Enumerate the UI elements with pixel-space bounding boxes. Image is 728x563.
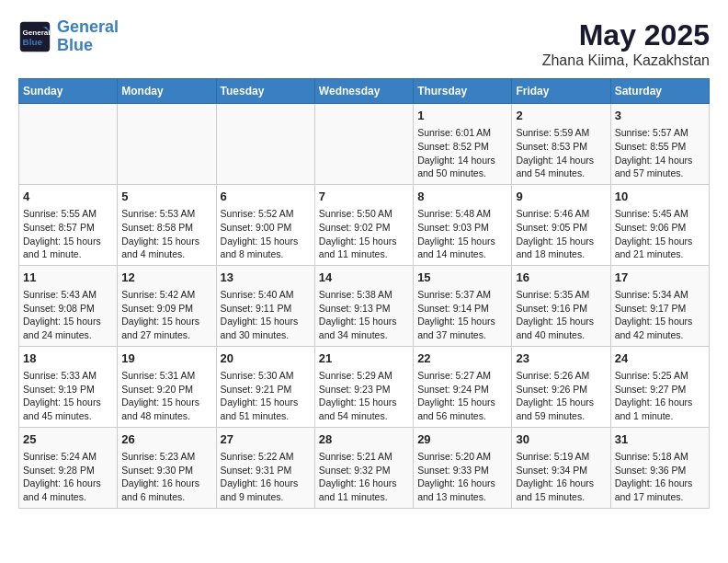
day-number: 14 — [319, 270, 409, 286]
logo-icon: General Blue — [18, 20, 51, 53]
calendar-cell — [314, 104, 413, 185]
header-cell-tuesday: Tuesday — [216, 79, 314, 104]
day-number: 12 — [121, 270, 211, 286]
day-info: Sunrise: 5:48 AM Sunset: 9:03 PM Dayligh… — [417, 207, 507, 261]
day-number: 20 — [221, 350, 311, 367]
calendar-cell: 26Sunrise: 5:23 AM Sunset: 9:30 PM Dayli… — [118, 427, 216, 508]
day-number: 17 — [615, 270, 705, 286]
calendar-cell: 11Sunrise: 5:43 AM Sunset: 9:08 PM Dayli… — [19, 265, 118, 346]
calendar-cell: 30Sunrise: 5:19 AM Sunset: 9:34 PM Dayli… — [512, 427, 610, 508]
day-info: Sunrise: 5:21 AM Sunset: 9:32 PM Dayligh… — [319, 450, 409, 504]
day-info: Sunrise: 5:23 AM Sunset: 9:30 PM Dayligh… — [121, 450, 211, 504]
day-info: Sunrise: 5:35 AM Sunset: 9:16 PM Dayligh… — [516, 288, 606, 342]
calendar-cell: 20Sunrise: 5:30 AM Sunset: 9:21 PM Dayli… — [216, 346, 314, 427]
calendar-cell: 19Sunrise: 5:31 AM Sunset: 9:20 PM Dayli… — [118, 346, 216, 427]
day-number: 9 — [516, 189, 606, 205]
calendar-cell: 24Sunrise: 5:25 AM Sunset: 9:27 PM Dayli… — [610, 346, 709, 427]
logo-text: General Blue — [57, 18, 119, 55]
day-number: 7 — [319, 189, 409, 205]
day-number: 2 — [516, 108, 606, 124]
day-info: Sunrise: 5:33 AM Sunset: 9:19 PM Dayligh… — [23, 369, 113, 423]
header-cell-wednesday: Wednesday — [314, 79, 413, 104]
day-number: 4 — [23, 189, 113, 205]
calendar-week-3: 11Sunrise: 5:43 AM Sunset: 9:08 PM Dayli… — [19, 265, 710, 346]
day-info: Sunrise: 5:20 AM Sunset: 9:33 PM Dayligh… — [417, 450, 507, 504]
day-info: Sunrise: 5:18 AM Sunset: 9:36 PM Dayligh… — [615, 450, 705, 504]
calendar-cell — [19, 104, 118, 185]
day-info: Sunrise: 5:55 AM Sunset: 8:57 PM Dayligh… — [23, 207, 113, 261]
day-info: Sunrise: 5:46 AM Sunset: 9:05 PM Dayligh… — [516, 207, 606, 261]
calendar-cell — [216, 104, 314, 185]
page-subtitle: Zhana Kiima, Kazakhstan — [542, 52, 710, 69]
day-info: Sunrise: 5:30 AM Sunset: 9:21 PM Dayligh… — [221, 369, 311, 423]
day-info: Sunrise: 6:01 AM Sunset: 8:52 PM Dayligh… — [417, 126, 507, 180]
day-info: Sunrise: 5:57 AM Sunset: 8:55 PM Dayligh… — [615, 126, 705, 180]
calendar-header: SundayMondayTuesdayWednesdayThursdayFrid… — [19, 79, 710, 104]
day-number: 1 — [417, 108, 507, 124]
calendar-cell: 6Sunrise: 5:52 AM Sunset: 9:00 PM Daylig… — [216, 184, 314, 265]
calendar-cell: 5Sunrise: 5:53 AM Sunset: 8:58 PM Daylig… — [118, 184, 216, 265]
header-cell-sunday: Sunday — [19, 79, 118, 104]
calendar-cell: 8Sunrise: 5:48 AM Sunset: 9:03 PM Daylig… — [414, 184, 512, 265]
day-number: 21 — [319, 350, 409, 367]
day-info: Sunrise: 5:31 AM Sunset: 9:20 PM Dayligh… — [121, 369, 211, 423]
calendar-cell: 14Sunrise: 5:38 AM Sunset: 9:13 PM Dayli… — [314, 265, 413, 346]
header-row: SundayMondayTuesdayWednesdayThursdayFrid… — [19, 79, 710, 104]
calendar-cell: 4Sunrise: 5:55 AM Sunset: 8:57 PM Daylig… — [19, 184, 118, 265]
day-info: Sunrise: 5:50 AM Sunset: 9:02 PM Dayligh… — [319, 207, 409, 261]
day-number: 27 — [221, 431, 311, 448]
day-number: 16 — [516, 270, 606, 286]
calendar-cell: 12Sunrise: 5:42 AM Sunset: 9:09 PM Dayli… — [118, 265, 216, 346]
day-info: Sunrise: 5:26 AM Sunset: 9:26 PM Dayligh… — [516, 369, 606, 423]
day-number: 15 — [417, 270, 507, 286]
day-number: 26 — [121, 431, 211, 448]
calendar-cell: 13Sunrise: 5:40 AM Sunset: 9:11 PM Dayli… — [216, 265, 314, 346]
calendar-cell: 9Sunrise: 5:46 AM Sunset: 9:05 PM Daylig… — [512, 184, 610, 265]
day-info: Sunrise: 5:45 AM Sunset: 9:06 PM Dayligh… — [615, 207, 705, 261]
day-info: Sunrise: 5:34 AM Sunset: 9:17 PM Dayligh… — [615, 288, 705, 342]
day-number: 13 — [221, 270, 311, 286]
page-title: May 2025 — [542, 18, 710, 52]
calendar-week-4: 18Sunrise: 5:33 AM Sunset: 9:19 PM Dayli… — [19, 346, 710, 427]
day-info: Sunrise: 5:59 AM Sunset: 8:53 PM Dayligh… — [516, 126, 606, 180]
calendar-cell: 17Sunrise: 5:34 AM Sunset: 9:17 PM Dayli… — [610, 265, 709, 346]
calendar-cell: 21Sunrise: 5:29 AM Sunset: 9:23 PM Dayli… — [314, 346, 413, 427]
calendar-cell: 3Sunrise: 5:57 AM Sunset: 8:55 PM Daylig… — [610, 104, 709, 185]
header-cell-saturday: Saturday — [610, 79, 709, 104]
svg-text:General: General — [23, 29, 51, 37]
day-number: 31 — [615, 431, 705, 448]
day-number: 6 — [221, 189, 311, 205]
day-info: Sunrise: 5:42 AM Sunset: 9:09 PM Dayligh… — [121, 288, 211, 342]
day-number: 11 — [23, 270, 113, 286]
day-info: Sunrise: 5:43 AM Sunset: 9:08 PM Dayligh… — [23, 288, 113, 342]
page-header: General Blue General Blue May 2025 Zhana… — [18, 18, 710, 69]
calendar-cell: 28Sunrise: 5:21 AM Sunset: 9:32 PM Dayli… — [314, 427, 413, 508]
day-number: 19 — [121, 350, 211, 367]
calendar-cell: 25Sunrise: 5:24 AM Sunset: 9:28 PM Dayli… — [19, 427, 118, 508]
day-number: 22 — [417, 350, 507, 367]
calendar-cell — [118, 104, 216, 185]
day-number: 3 — [615, 108, 705, 124]
day-info: Sunrise: 5:38 AM Sunset: 9:13 PM Dayligh… — [319, 288, 409, 342]
day-number: 5 — [121, 189, 211, 205]
calendar-cell: 2Sunrise: 5:59 AM Sunset: 8:53 PM Daylig… — [512, 104, 610, 185]
calendar-body: 1Sunrise: 6:01 AM Sunset: 8:52 PM Daylig… — [19, 104, 710, 509]
calendar-cell: 15Sunrise: 5:37 AM Sunset: 9:14 PM Dayli… — [414, 265, 512, 346]
day-info: Sunrise: 5:29 AM Sunset: 9:23 PM Dayligh… — [319, 369, 409, 423]
day-number: 10 — [615, 189, 705, 205]
header-cell-thursday: Thursday — [414, 79, 512, 104]
day-number: 23 — [516, 350, 606, 367]
calendar-cell: 18Sunrise: 5:33 AM Sunset: 9:19 PM Dayli… — [19, 346, 118, 427]
day-number: 8 — [417, 189, 507, 205]
calendar-week-5: 25Sunrise: 5:24 AM Sunset: 9:28 PM Dayli… — [19, 427, 710, 508]
svg-text:Blue: Blue — [23, 37, 43, 47]
calendar-cell: 1Sunrise: 6:01 AM Sunset: 8:52 PM Daylig… — [414, 104, 512, 185]
calendar-cell: 29Sunrise: 5:20 AM Sunset: 9:33 PM Dayli… — [414, 427, 512, 508]
calendar-cell: 23Sunrise: 5:26 AM Sunset: 9:26 PM Dayli… — [512, 346, 610, 427]
day-number: 24 — [615, 350, 705, 367]
day-info: Sunrise: 5:53 AM Sunset: 8:58 PM Dayligh… — [121, 207, 211, 261]
title-block: May 2025 Zhana Kiima, Kazakhstan — [542, 18, 710, 69]
day-number: 28 — [319, 431, 409, 448]
day-info: Sunrise: 5:27 AM Sunset: 9:24 PM Dayligh… — [417, 369, 507, 423]
calendar-table: SundayMondayTuesdayWednesdayThursdayFrid… — [18, 78, 710, 509]
